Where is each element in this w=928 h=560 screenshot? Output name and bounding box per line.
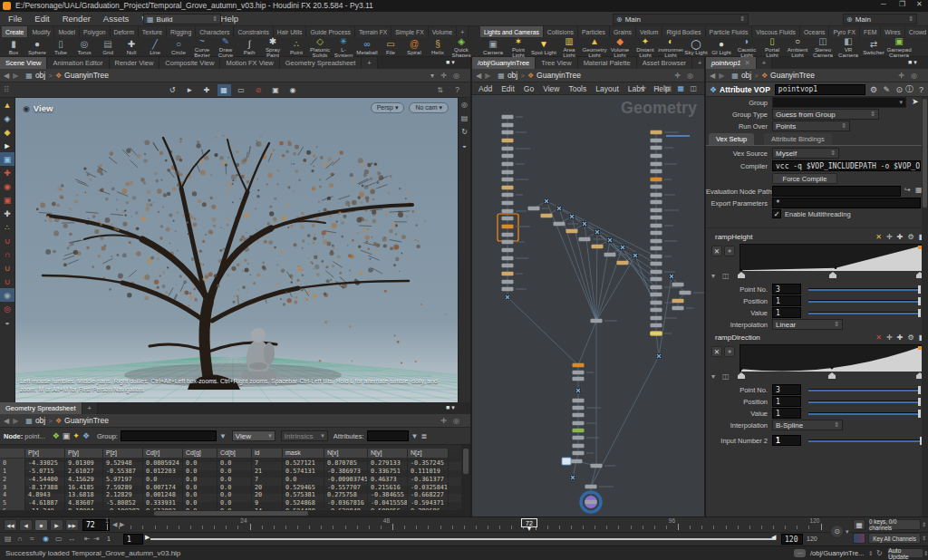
scale-handle-icon[interactable]: ▣	[0, 193, 14, 207]
timeline-ruler[interactable]: 124489612072	[102, 517, 828, 532]
ramp0-value-slider[interactable]	[808, 312, 921, 314]
node-name-field[interactable]: pointvop1	[775, 84, 865, 95]
gear-icon[interactable]: ⚙	[870, 85, 877, 94]
ramp0-expand-icon[interactable]: ▾	[711, 272, 715, 280]
shelf-tool-volume-light[interactable]: ◆Volume Light	[607, 36, 633, 59]
recook-icon[interactable]: ↻	[876, 549, 883, 557]
animation-editor-icon[interactable]: ▦	[853, 519, 865, 530]
point-mode-icon[interactable]: ▣	[63, 431, 71, 440]
shelf-tool-tube[interactable]: ▯Tube	[49, 39, 72, 56]
network-menu-tools[interactable]: Tools	[564, 84, 591, 93]
keys-info-button[interactable]: 0 keys, 0/0 channels	[868, 519, 921, 530]
sheet-path-root[interactable]: obj	[35, 416, 45, 425]
toolbar-handle-icon[interactable]: ⠿	[4, 85, 10, 94]
group-filter-icon[interactable]: ▼	[219, 432, 227, 440]
back-icon[interactable]: ◀	[4, 72, 9, 80]
pin-icon[interactable]: ✛	[440, 72, 447, 80]
params-forward-icon[interactable]: ▶	[719, 72, 724, 80]
global-anim-icon[interactable]: ◉	[43, 535, 49, 543]
params-help-icon[interactable]: ?	[919, 85, 923, 94]
params-pin-icon[interactable]: ✛	[898, 72, 904, 80]
net-color-icon[interactable]: ▦	[677, 84, 684, 92]
snap-prim-icon[interactable]: ∩	[0, 247, 14, 261]
force-compile-button[interactable]: Force Compile	[772, 173, 837, 184]
ramp1-value-field[interactable]: 1	[772, 408, 801, 419]
shelf-tool-environment-light[interactable]: ◐Environment Light	[658, 36, 683, 59]
network-tab-obj-guanyintree[interactable]: /obj/GuanyinTree	[472, 57, 536, 69]
playbar-options-caret[interactable]: ▾	[846, 528, 849, 536]
pane-tab-composite-view[interactable]: Composite View	[160, 57, 220, 69]
vertex-mode-icon[interactable]: ✦	[72, 431, 80, 440]
desktop-selector[interactable]: ▦Build⇕	[143, 14, 221, 24]
pane-tab-scene-view[interactable]: Scene View	[0, 57, 47, 69]
shelf-tool-platonic-solids[interactable]: ◇Platonic Solids	[308, 36, 332, 59]
ramp1-handle-1[interactable]	[828, 372, 836, 379]
net-tools-icon[interactable]: ✛	[640, 84, 646, 92]
tree-filter-icon[interactable]: ❖	[53, 431, 60, 440]
net-back-icon[interactable]: ◀	[476, 72, 481, 80]
sheet-sync-icon[interactable]: ◎	[453, 417, 459, 425]
snap-point-icon[interactable]: ∪	[0, 261, 14, 275]
key-all-channels-button[interactable]: Key All Channels	[868, 533, 921, 544]
shelf-tool-circle[interactable]: ○Circle	[167, 39, 190, 56]
ramp0-handle-1[interactable]	[829, 272, 836, 278]
shelf-tool-point[interactable]: ∴Point	[285, 39, 308, 56]
shelf-tool-caustic-light[interactable]: ◗Caustic Light	[734, 36, 759, 59]
ramp1-grid-icon[interactable]: ◫	[722, 372, 730, 381]
ramp0-delete-point-button[interactable]: ✕	[711, 246, 722, 256]
ramp1-expand-icon[interactable]: ▾	[711, 372, 715, 381]
shelf-tool-gamepad-camera[interactable]: ▣Gamepad Camera	[886, 36, 912, 59]
group-pick-icon[interactable]: ➤	[912, 97, 919, 106]
shelf-tool-portal-light[interactable]: ▯Portal Light	[759, 36, 785, 59]
shelf-tool-ambient-light[interactable]: ○Ambient Light	[785, 36, 810, 59]
layout-quad-icon[interactable]: ▤	[459, 111, 470, 125]
pose-tool-icon[interactable]: ✚	[0, 207, 14, 220]
ramp0-add-icon[interactable]: ✛	[886, 233, 893, 241]
shelf-tool-stereo-camera[interactable]: ◫Stereo Camera	[810, 36, 836, 59]
intrinsics-dropdown[interactable]: Intrinsics▾	[281, 430, 328, 441]
keyall-spinner[interactable]: ⇕	[922, 535, 926, 541]
net-layout-icon[interactable]: ◫	[690, 84, 697, 92]
playbar-options-icon[interactable]: ⊙	[830, 525, 844, 538]
ramp1-handle-0[interactable]	[738, 372, 745, 379]
auto-update-spinner[interactable]: ⇕	[923, 550, 928, 557]
folder-tab-vex-setup[interactable]: Vex Setup	[709, 133, 754, 145]
range-end-field[interactable]: 120	[781, 534, 803, 545]
camera-select-button[interactable]: No cam ▾	[409, 102, 449, 113]
ramp0-position-slider[interactable]	[808, 300, 921, 303]
sheet-pin-icon[interactable]: ✛	[440, 417, 447, 425]
prim-mode-icon[interactable]: ❖	[82, 431, 90, 440]
shelf-tool-curve-bezier[interactable]: ~Curve Bezier	[190, 36, 214, 59]
shelf-tool-vr-camera[interactable]: ◧VR Camera	[836, 36, 861, 59]
persp-button[interactable]: Persp ▾	[371, 102, 405, 113]
net-path-node[interactable]: GuanyinTree	[536, 71, 581, 80]
path-node[interactable]: GuanyinTree	[64, 71, 109, 80]
ramp0-move-icon[interactable]: ✚	[897, 233, 904, 241]
jump-end-button[interactable]: ▶▶	[65, 519, 79, 531]
brush-icon[interactable]: ✎	[883, 85, 890, 94]
shelf-tab-model[interactable]: Model	[54, 26, 80, 37]
sheet-path-node[interactable]: GuanyinTree	[64, 416, 109, 425]
step-back-button[interactable]: ◀	[19, 519, 33, 531]
scene-viewport[interactable]: ◉ View Persp ▾ No cam ▾ Left mouse tumbl…	[15, 98, 458, 402]
follow-playhead-icon[interactable]: ↔	[68, 535, 75, 543]
ramp0-value-field[interactable]: 1	[772, 307, 801, 318]
tab-geometry-spreadsheet[interactable]: Geometry Spreadsheet	[0, 402, 82, 414]
ramp1-pointno-field[interactable]: 3	[772, 384, 801, 395]
translate-handle-icon[interactable]: ✚	[0, 166, 14, 179]
shelf-tab-polygon[interactable]: Polygon	[80, 26, 111, 37]
shelf-tool-sky-light[interactable]: ◯Sky Light	[683, 39, 709, 56]
shelf-tool-spot-light[interactable]: ▼Spot Light	[531, 39, 556, 56]
camera-icon[interactable]: ◉	[286, 84, 300, 96]
view-tool-icon[interactable]: ↺	[166, 84, 179, 96]
status-spinner[interactable]: ⇕	[868, 550, 873, 557]
shelf-tab-simple-fx[interactable]: Simple FX	[392, 26, 428, 37]
ramp1-clear-icon[interactable]: ✕	[875, 333, 882, 342]
table-row[interactable]: 5-4.618874.83607-5.808520.3339310.00.090…	[0, 494, 461, 502]
shelf-tab-terrain-fx[interactable]: Terrain FX	[355, 26, 392, 37]
shelf-tool-file[interactable]: ▭File	[379, 39, 402, 56]
spreadsheet-hscrollbar[interactable]	[0, 510, 470, 517]
shelf-tool-camera[interactable]: ▣Camera	[480, 39, 506, 56]
spreadsheet-table[interactable]: P[x]P[y]P[z]Cd[r]Cd[g]Cd[b]idmaskN[x]N[y…	[0, 445, 461, 510]
multithreading-checkbox[interactable]: ✓	[772, 209, 781, 218]
